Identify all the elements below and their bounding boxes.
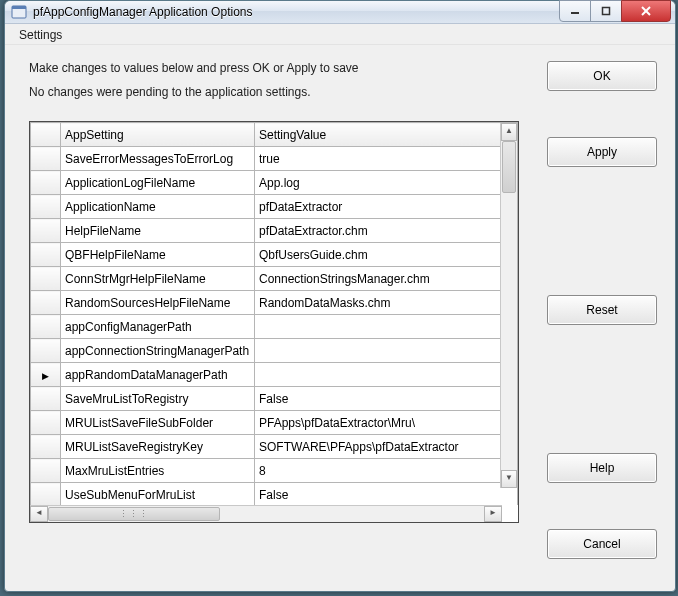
table-row[interactable]: MaxMruListEntries8	[31, 459, 518, 483]
cell-appsetting[interactable]: appConnectionStringManagerPath	[61, 339, 255, 363]
titlebar[interactable]: pfAppConfigManager Application Options	[5, 1, 675, 24]
reset-button[interactable]: Reset	[547, 295, 657, 325]
cell-appsetting[interactable]: ApplicationLogFileName	[61, 171, 255, 195]
cell-settingvalue[interactable]	[255, 339, 518, 363]
row-header[interactable]	[31, 291, 61, 315]
cell-settingvalue[interactable]: true	[255, 147, 518, 171]
cell-settingvalue[interactable]: ConnectionStringsManager.chm	[255, 267, 518, 291]
cell-appsetting[interactable]: MaxMruListEntries	[61, 459, 255, 483]
row-header-corner[interactable]	[31, 123, 61, 147]
row-header[interactable]	[31, 195, 61, 219]
menu-settings[interactable]: Settings	[13, 26, 68, 44]
table-row[interactable]: HelpFileNamepfDataExtractor.chm	[31, 219, 518, 243]
table-row[interactable]: UseSubMenuForMruListFalse	[31, 483, 518, 506]
table-row[interactable]: ApplicationLogFileNameApp.log	[31, 171, 518, 195]
cell-settingvalue[interactable]	[255, 363, 518, 387]
horizontal-scrollbar[interactable]: ◄ ⋮⋮⋮ ►	[30, 505, 502, 522]
cell-settingvalue[interactable]: False	[255, 387, 518, 411]
cell-settingvalue[interactable]: pfDataExtractor.chm	[255, 219, 518, 243]
hscroll-thumb[interactable]: ⋮⋮⋮	[48, 507, 220, 521]
scroll-left-button[interactable]: ◄	[30, 506, 48, 522]
table-row[interactable]: RandomSourcesHelpFileNameRandomDataMasks…	[31, 291, 518, 315]
svg-rect-1	[12, 6, 26, 9]
row-header[interactable]	[31, 147, 61, 171]
cell-appsetting[interactable]: ConnStrMgrHelpFileName	[61, 267, 255, 291]
cell-appsetting[interactable]: HelpFileName	[61, 219, 255, 243]
row-header[interactable]	[31, 267, 61, 291]
app-icon	[11, 4, 27, 20]
row-header[interactable]	[31, 435, 61, 459]
row-header[interactable]	[31, 171, 61, 195]
ok-button[interactable]: OK	[547, 61, 657, 91]
help-button[interactable]: Help	[547, 453, 657, 483]
cell-settingvalue[interactable]: QbfUsersGuide.chm	[255, 243, 518, 267]
cell-settingvalue[interactable]: 8	[255, 459, 518, 483]
row-header[interactable]	[31, 411, 61, 435]
table-row[interactable]: SaveErrorMessagesToErrorLogtrue	[31, 147, 518, 171]
window-controls	[560, 0, 671, 20]
row-header[interactable]	[31, 363, 61, 387]
status-text: No changes were pending to the applicati…	[29, 85, 519, 99]
cell-settingvalue[interactable]: RandomDataMasks.chm	[255, 291, 518, 315]
scroll-right-button[interactable]: ►	[484, 506, 502, 522]
table-row[interactable]: MRUListSaveRegistryKeySOFTWARE\PFApps\pf…	[31, 435, 518, 459]
cell-appsetting[interactable]: MRUListSaveRegistryKey	[61, 435, 255, 459]
cell-settingvalue[interactable]: False	[255, 483, 518, 506]
cell-appsetting[interactable]: ApplicationName	[61, 195, 255, 219]
svg-rect-3	[603, 8, 610, 15]
row-header[interactable]	[31, 339, 61, 363]
table-row[interactable]: ConnStrMgrHelpFileNameConnectionStringsM…	[31, 267, 518, 291]
column-header-key[interactable]: AppSetting	[61, 123, 255, 147]
instruction-text: Make changes to values below and press O…	[29, 61, 519, 75]
maximize-button[interactable]	[590, 0, 622, 22]
cell-appsetting[interactable]: QBFHelpFileName	[61, 243, 255, 267]
cell-appsetting[interactable]: SaveMruListToRegistry	[61, 387, 255, 411]
table-row[interactable]: MRUListSaveFileSubFolderPFApps\pfDataExt…	[31, 411, 518, 435]
row-header[interactable]	[31, 459, 61, 483]
cell-appsetting[interactable]: appRandomDataManagerPath	[61, 363, 255, 387]
cell-settingvalue[interactable]: SOFTWARE\PFApps\pfDataExtractor	[255, 435, 518, 459]
cell-settingvalue[interactable]	[255, 315, 518, 339]
vscroll-thumb[interactable]	[502, 141, 516, 193]
settings-grid[interactable]: AppSetting SettingValue SaveErrorMessage…	[29, 121, 519, 523]
button-panel: OK Apply Reset Help Cancel	[547, 61, 657, 573]
table-row[interactable]: appRandomDataManagerPath	[31, 363, 518, 387]
scroll-up-button[interactable]: ▲	[501, 123, 517, 141]
table-row[interactable]: appConfigManagerPath	[31, 315, 518, 339]
cell-appsetting[interactable]: appConfigManagerPath	[61, 315, 255, 339]
table-row[interactable]: ApplicationNamepfDataExtractor	[31, 195, 518, 219]
client-area: Make changes to values below and press O…	[5, 45, 675, 591]
cell-appsetting[interactable]: SaveErrorMessagesToErrorLog	[61, 147, 255, 171]
scroll-down-button[interactable]: ▼	[501, 470, 517, 488]
vertical-scrollbar[interactable]: ▲ ▼	[500, 123, 517, 488]
application-window: pfAppConfigManager Application Options S…	[4, 0, 676, 592]
cancel-button[interactable]: Cancel	[547, 529, 657, 559]
cell-settingvalue[interactable]: App.log	[255, 171, 518, 195]
close-button[interactable]	[621, 0, 671, 22]
row-header[interactable]	[31, 387, 61, 411]
table-row[interactable]: QBFHelpFileNameQbfUsersGuide.chm	[31, 243, 518, 267]
cell-settingvalue[interactable]: pfDataExtractor	[255, 195, 518, 219]
table-row[interactable]: appConnectionStringManagerPath	[31, 339, 518, 363]
window-title: pfAppConfigManager Application Options	[33, 5, 560, 19]
table-row[interactable]: SaveMruListToRegistryFalse	[31, 387, 518, 411]
cell-appsetting[interactable]: RandomSourcesHelpFileName	[61, 291, 255, 315]
row-header[interactable]	[31, 483, 61, 506]
menubar: Settings	[5, 24, 675, 45]
column-header-value[interactable]: SettingValue	[255, 123, 518, 147]
minimize-button[interactable]	[559, 0, 591, 22]
apply-button[interactable]: Apply	[547, 137, 657, 167]
cell-appsetting[interactable]: UseSubMenuForMruList	[61, 483, 255, 506]
row-header[interactable]	[31, 315, 61, 339]
cell-appsetting[interactable]: MRUListSaveFileSubFolder	[61, 411, 255, 435]
cell-settingvalue[interactable]: PFApps\pfDataExtractor\Mru\	[255, 411, 518, 435]
row-header[interactable]	[31, 219, 61, 243]
row-header[interactable]	[31, 243, 61, 267]
